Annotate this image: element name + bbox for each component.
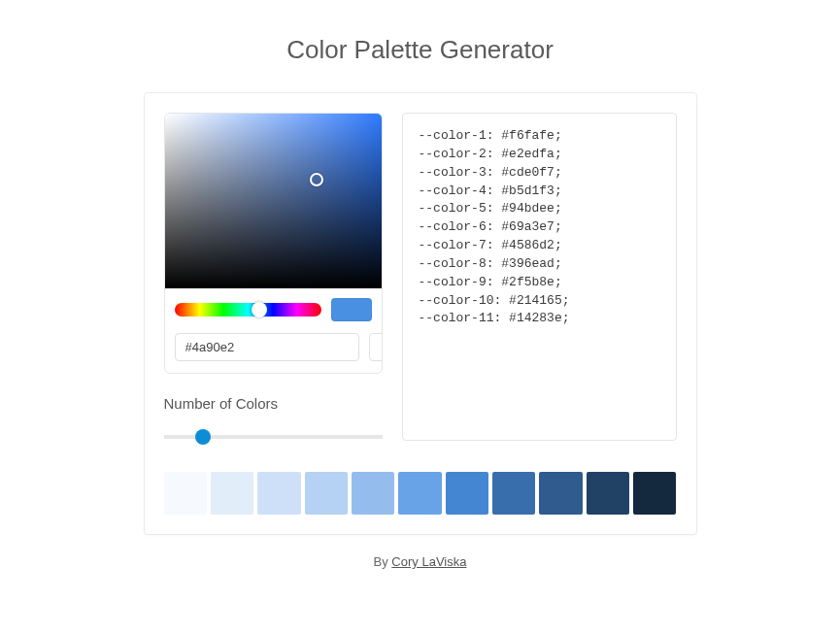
color-picker: hex: [164, 113, 383, 374]
css-var-line: --color-6: #69a3e7;: [419, 218, 660, 237]
css-var-line: --color-4: #b5d1f3;: [419, 183, 660, 201]
color-area[interactable]: [165, 114, 382, 288]
slider-handle[interactable]: [195, 429, 211, 445]
hue-slider-handle[interactable]: [252, 302, 267, 317]
css-var-line: --color-11: #14283e;: [419, 310, 660, 328]
palette-swatch[interactable]: [211, 472, 253, 515]
palette-swatch[interactable]: [587, 472, 629, 515]
hue-slider[interactable]: [175, 303, 321, 317]
css-var-line: --color-3: #cde0f7;: [419, 164, 660, 183]
palette-swatch[interactable]: [446, 472, 488, 515]
palette-swatch[interactable]: [492, 472, 535, 515]
hex-input[interactable]: [175, 333, 359, 361]
number-of-colors-slider[interactable]: [164, 425, 383, 449]
color-area-handle[interactable]: [310, 173, 323, 186]
number-of-colors-label: Number of Colors: [164, 395, 383, 412]
css-var-line: --color-7: #4586d2;: [419, 237, 660, 255]
css-var-line: --color-10: #214165;: [419, 292, 660, 311]
palette-swatch[interactable]: [352, 472, 394, 515]
palette-swatch[interactable]: [539, 472, 582, 515]
css-var-line: --color-2: #e2edfa;: [419, 146, 660, 164]
palette-swatch[interactable]: [164, 472, 207, 515]
footer: By Cory LaViska: [0, 554, 840, 569]
palette-swatch[interactable]: [257, 472, 300, 515]
css-output[interactable]: --color-1: #f6fafe;--color-2: #e2edfa;--…: [402, 113, 677, 441]
css-var-line: --color-9: #2f5b8e;: [419, 274, 660, 292]
css-var-line: --color-1: #f6fafe;: [419, 127, 660, 146]
page-title: Color Palette Generator: [0, 35, 840, 65]
footer-author-link[interactable]: Cory LaViska: [391, 554, 466, 569]
palette-swatch[interactable]: [398, 472, 441, 515]
format-toggle-button[interactable]: hex: [369, 333, 383, 361]
css-var-line: --color-8: #396ead;: [419, 255, 660, 274]
palette-swatch[interactable]: [633, 472, 676, 515]
palette-swatch[interactable]: [305, 472, 348, 515]
css-var-line: --color-5: #94bdee;: [419, 200, 660, 218]
main-card: hex Number of Colors --color-1: #f6fafe;…: [144, 92, 697, 535]
color-preview-swatch: [331, 298, 372, 321]
palette-swatches: [164, 472, 677, 515]
footer-by: By: [374, 554, 392, 569]
